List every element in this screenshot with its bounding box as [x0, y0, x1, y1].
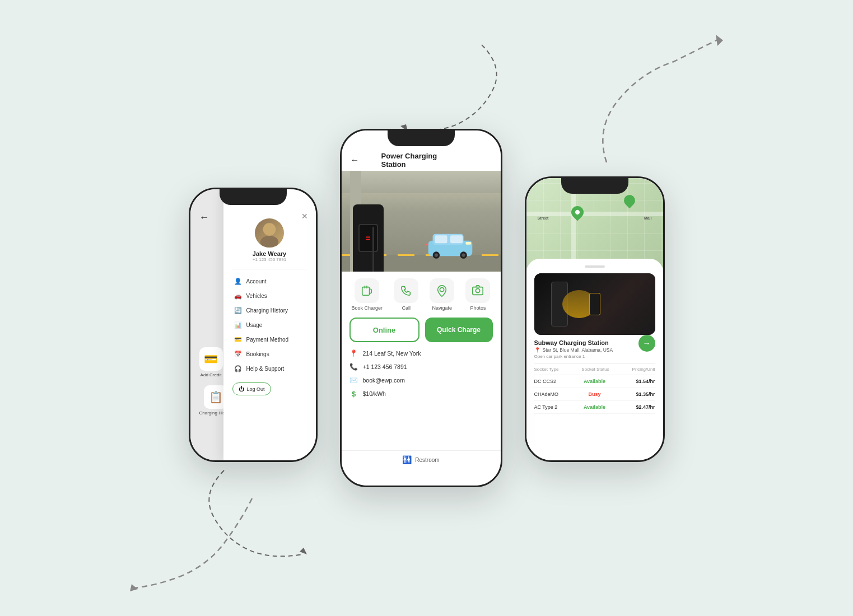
- svg-rect-15: [425, 244, 428, 245]
- book-charger-btn[interactable]: Book Charger: [352, 278, 383, 311]
- amenity-label: Restroom: [415, 457, 439, 463]
- drawer-item-charging-history[interactable]: 🔄 Charging History: [232, 303, 307, 318]
- cta-buttons: Online Quick Charge: [342, 318, 501, 342]
- online-button[interactable]: Online: [349, 318, 419, 342]
- phone-center-screen: ← Power Charging Station: [342, 130, 501, 486]
- station-detail-card: → Subway Charging Station 📍 Star St, Blu…: [526, 259, 663, 460]
- call-icon: [394, 278, 418, 303]
- charging-history-menu-label: Charging History: [246, 307, 288, 314]
- station-photo: [534, 273, 655, 335]
- parking-image: ≡: [342, 171, 501, 272]
- help-label: Help & Support: [246, 366, 285, 372]
- quick-charge-button[interactable]: Quick Charge: [425, 318, 493, 342]
- address-text: 214 Leaf St, New York: [363, 350, 421, 357]
- phone-center-back-icon[interactable]: ←: [351, 155, 360, 165]
- socket-row-0: DC CCS2 Available $1.54/hr: [534, 375, 655, 388]
- socket-type-0: DC CCS2: [534, 379, 575, 384]
- drawer-userphone: +1 123 456 7891: [253, 257, 286, 262]
- help-icon: 🎧: [234, 364, 243, 373]
- phone-icon: 📞: [349, 362, 358, 371]
- navigate-btn[interactable]: Navigate: [430, 278, 454, 311]
- station-sub: Open car park entrance 1: [534, 354, 655, 359]
- price-text: $10/kWh: [363, 390, 386, 397]
- charger-screen: ≡: [358, 224, 378, 252]
- book-charger-label: Book Charger: [352, 305, 383, 311]
- header-price: Pricing/Unit: [632, 367, 655, 372]
- socket-row-1: CHAdeMO Busy $1.35/hr: [534, 388, 655, 401]
- charging-history-menu-icon: 🔄: [234, 306, 243, 315]
- svg-rect-16: [362, 287, 370, 296]
- usage-icon: 📊: [234, 320, 243, 329]
- phone-left-notch: [220, 189, 287, 205]
- email-text: book@ewp.com: [363, 377, 405, 384]
- drawer-item-help[interactable]: 🎧 Help & Support: [232, 361, 307, 376]
- drawer-close-icon[interactable]: ✕: [301, 212, 308, 221]
- drawer-divider: [232, 269, 307, 269]
- drawer-avatar: [255, 218, 284, 248]
- svg-point-17: [440, 288, 444, 292]
- socket-status-0: Available: [575, 379, 615, 384]
- svg-rect-8: [435, 235, 447, 243]
- svg-point-13: [462, 253, 465, 256]
- drawer-item-usage[interactable]: 📊 Usage: [232, 318, 307, 332]
- socket-price-0: $1.54/hr: [615, 379, 655, 384]
- action-buttons: Book Charger Call Navigate: [342, 272, 501, 318]
- station-address: 📍 Star St, Blue Mall, Alabama, USA: [534, 347, 655, 353]
- socket-price-1: $1.35/hr: [615, 391, 655, 397]
- station-info: 📍 214 Leaf St, New York 📞 +1 123 456 789…: [342, 349, 501, 398]
- photos-btn[interactable]: Photos: [465, 278, 490, 311]
- phone-left-screen: ← Jake +1 123 456 7891 💳 Add Credit: [190, 189, 316, 460]
- online-label: Online: [373, 326, 395, 334]
- photos-icon: [465, 278, 490, 303]
- payment-icon: 💳: [234, 335, 243, 344]
- phone-center-title: Power Charging Station: [381, 152, 461, 169]
- drawer-user-area: Jake Weary +1 123 456 7891: [232, 209, 307, 262]
- call-btn[interactable]: Call: [394, 278, 418, 311]
- logout-button[interactable]: ⏻ Log Out: [232, 382, 271, 395]
- drawer-item-bookings[interactable]: 📅 Bookings: [232, 347, 307, 361]
- station-name: Subway Charging Station: [534, 339, 655, 346]
- drawer-item-account[interactable]: 👤 Account: [232, 274, 307, 288]
- svg-point-5: [260, 236, 279, 248]
- photos-label: Photos: [470, 305, 486, 311]
- drawer-item-vehicles[interactable]: 🚗 Vehicles: [232, 288, 307, 303]
- socket-row-2: AC Type 2 Available $2.47/hr: [534, 401, 655, 414]
- vehicles-label: Vehicles: [246, 293, 267, 299]
- svg-point-19: [476, 288, 480, 292]
- side-drawer: ✕ Jake Weary +1 123 456 7891 👤 Account �: [223, 189, 316, 460]
- socket-table: Socket Type Socket Status Pricing/Unit D…: [534, 363, 655, 414]
- phone-left-add-credit[interactable]: 💳 Add Credit: [199, 347, 223, 377]
- phone-text: +1 123 456 7891: [363, 363, 407, 370]
- navigate-arrow-button[interactable]: →: [638, 335, 655, 352]
- phones-container: ← Jake +1 123 456 7891 💳 Add Credit: [0, 0, 853, 616]
- phone-left-back-icon[interactable]: ←: [199, 212, 209, 223]
- email-icon: ✉️: [349, 376, 358, 385]
- drawer-item-payment[interactable]: 💳 Payment Method: [232, 332, 307, 347]
- socket-status-2: Available: [575, 404, 615, 410]
- book-charger-icon: [355, 278, 379, 303]
- payment-label: Payment Method: [246, 337, 289, 343]
- account-icon: 👤: [234, 277, 243, 286]
- header-type: Socket Type: [534, 367, 559, 372]
- svg-point-4: [263, 223, 276, 236]
- navigate-label: Navigate: [432, 305, 453, 311]
- phone-right: Street Mall → Subway Charging Station: [525, 176, 665, 462]
- navigate-icon: [430, 278, 454, 303]
- phone-center-notch: [388, 130, 455, 146]
- station-addr-text: Star St, Blue Mall, Alabama, USA: [543, 347, 613, 353]
- bookings-icon: 📅: [234, 349, 243, 358]
- phone-center: ← Power Charging Station: [340, 129, 502, 487]
- call-label: Call: [402, 305, 411, 311]
- socket-type-2: AC Type 2: [534, 404, 575, 410]
- parking-bg: ≡: [342, 171, 501, 272]
- restroom-icon: 🚻: [402, 455, 412, 464]
- account-label: Account: [246, 278, 267, 284]
- header-status: Socket Status: [581, 367, 609, 372]
- socket-type-1: CHAdeMO: [534, 391, 575, 397]
- svg-rect-14: [465, 242, 470, 245]
- power-icon: ⏻: [239, 386, 244, 392]
- add-credit-icon: 💳: [199, 347, 223, 371]
- price-icon: $: [349, 389, 358, 398]
- card-handle: [585, 265, 605, 268]
- bookings-label: Bookings: [246, 351, 269, 357]
